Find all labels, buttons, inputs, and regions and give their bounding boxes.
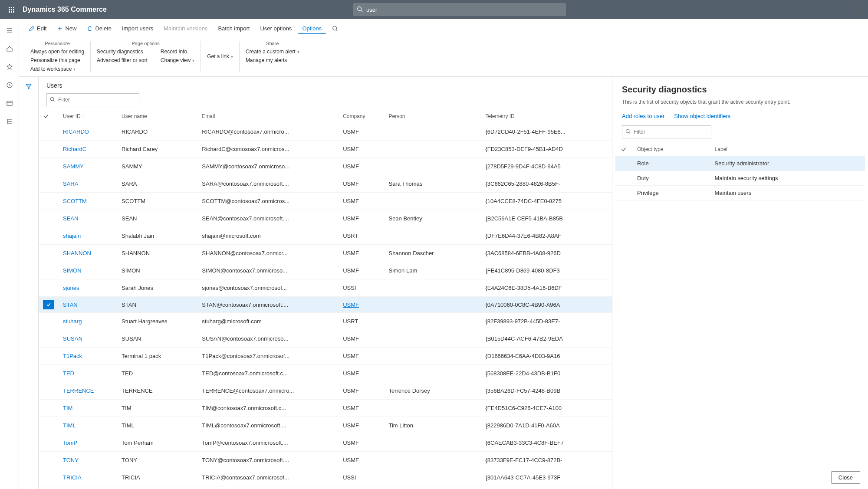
col-person[interactable]: Person [384,110,481,123]
delete-button[interactable]: Delete [82,23,116,34]
row-checkbox[interactable] [39,158,59,175]
row-checkbox[interactable] [39,193,59,210]
row-checkbox[interactable] [39,141,59,158]
search-input[interactable] [353,3,566,16]
table-row[interactable]: shajainShalabh Jainshajain@microsoft.com… [39,227,612,245]
nav-favorites-button[interactable] [2,59,17,75]
row-checkbox[interactable] [39,279,59,297]
select-all-checkbox[interactable] [39,110,59,123]
col-object-type[interactable]: Object type [632,143,710,156]
cell-user-id[interactable]: shajain [59,227,117,245]
cell-user-id[interactable]: VINCE [59,486,117,489]
row-checkbox[interactable] [39,417,59,434]
nav-menu-button[interactable] [2,23,17,38]
cell-user-id[interactable]: TIM [59,400,117,417]
ribbon-link[interactable]: Record info [161,49,194,55]
cell-user-id[interactable]: SEAN [59,210,117,227]
table-row[interactable]: T1PackTerminal 1 packT1Pack@contosoax7.o… [39,348,612,365]
row-checkbox[interactable] [615,186,632,200]
table-row[interactable]: TIMLTIMLTIML@contosoax7.onmicrosoft....U… [39,417,612,434]
add-roles-link[interactable]: Add roles to user [622,113,664,119]
col-telemetry[interactable]: Telemetry ID [481,110,612,123]
app-launcher-button[interactable] [3,2,19,17]
table-row[interactable]: SAMMYSAMMYSAMMY@contosoax7.onmicroso...U… [39,158,612,175]
batch-import-button[interactable]: Batch import [214,23,254,34]
cell-user-id[interactable]: SHANNON [59,245,117,262]
row-checkbox[interactable] [39,348,59,365]
table-row[interactable]: TONYTONYTONY@contosoax7.onmicrosoft....U… [39,452,612,469]
row-checkbox[interactable] [39,313,59,330]
row-checkbox[interactable] [39,227,59,245]
row-checkbox[interactable] [39,434,59,452]
cell-user-id[interactable]: T1Pack [59,348,117,365]
user-options-button[interactable]: User options [256,23,296,34]
cell-user-id[interactable]: RichardC [59,141,117,158]
row-checkbox[interactable] [615,156,632,171]
help-icon[interactable] [857,5,864,12]
table-row[interactable]: RICARDORICARDORICARDO@contosoax7.onmicro… [39,123,612,141]
row-checkbox[interactable] [39,175,59,193]
table-row[interactable]: stuhargStuart Hargreavesstuharg@microsof… [39,313,612,330]
col-user-id[interactable]: User ID [59,110,117,123]
table-row[interactable]: SCOTTMSCOTTMSCOTTM@contosoax7.onmicros..… [39,193,612,210]
panel-filter-input[interactable] [622,125,711,138]
cell-user-id[interactable]: SARA [59,175,117,193]
row-checkbox[interactable] [39,486,59,489]
cell-user-id[interactable]: SUSAN [59,330,117,348]
table-row[interactable]: SIMONSIMONSIMON@contosoax7.onmicroso...U… [39,262,612,279]
cell-user-id[interactable]: SAMMY [59,158,117,175]
table-row[interactable]: SHANNONSHANNONSHANNON@contosoax7.onmicr.… [39,245,612,262]
cell-user-id[interactable]: SIMON [59,262,117,279]
table-row[interactable]: RichardCRichard CareyRichardC@contosoax7… [39,141,612,158]
import-users-button[interactable]: Import users [118,23,158,34]
ribbon-link[interactable]: Manage my alerts [246,57,299,63]
cell-user-id[interactable]: TIML [59,417,117,434]
cell-user-id[interactable]: sjones [59,279,117,297]
edit-button[interactable]: Edit [24,23,51,34]
grid-filter-input[interactable] [46,93,139,106]
col-user-name[interactable]: User name [117,110,197,123]
table-row[interactable]: TRICIATRICIATRICIA@contosoax7.onmicrosof… [39,469,612,486]
row-checkbox[interactable] [39,210,59,227]
table-row[interactable]: TomPTom PerhamTomP@contosoax7.onmicrosof… [39,434,612,452]
cell-user-id[interactable]: TomP [59,434,117,452]
find-button[interactable] [328,23,342,34]
cell-user-id[interactable]: STAN [59,297,117,313]
row-checkbox[interactable] [615,171,632,186]
security-diagnostics-link[interactable]: Security diagnostics [97,49,148,55]
table-row[interactable]: PrivilegeMaintain users [615,186,865,200]
get-a-link-button[interactable]: Get a link▾ [207,53,233,59]
panel-select-all[interactable] [615,143,632,156]
row-checkbox[interactable] [39,123,59,141]
col-company[interactable]: Company [339,110,384,123]
row-checkbox[interactable] [39,400,59,417]
nav-modules-button[interactable] [2,114,17,129]
cell-user-id[interactable]: TED [59,365,117,382]
cell-user-id[interactable]: SCOTTM [59,193,117,210]
table-row[interactable]: TEDTEDTED@contosoax7.onmicrosoft.c...USM… [39,365,612,382]
ribbon-link[interactable]: Advanced filter or sort [97,57,148,63]
nav-recent-button[interactable] [2,77,17,93]
row-checkbox[interactable] [39,262,59,279]
table-row[interactable]: RoleSecurity administrator [615,156,865,171]
ribbon-link[interactable]: Change view▾ [161,57,194,63]
row-checkbox[interactable] [39,365,59,382]
ribbon-link[interactable]: Personalize this page [30,57,84,63]
ribbon-link[interactable]: Always open for editing [30,49,84,55]
new-button[interactable]: New [53,23,81,34]
row-checkbox[interactable] [39,330,59,348]
row-checkbox[interactable] [39,297,59,313]
table-row[interactable]: STANSTANSTAN@contosoax7.onmicrosoft....U… [39,297,612,313]
show-identifiers-link[interactable]: Show object identifiers [674,113,730,119]
options-tab[interactable]: Options [298,23,326,34]
row-checkbox[interactable] [39,452,59,469]
row-checkbox[interactable] [39,469,59,486]
cell-user-id[interactable]: RICARDO [59,123,117,141]
table-row[interactable]: SUSANSUSANSUSAN@contosoax7.onmicroso...U… [39,330,612,348]
table-row[interactable]: SARASARASARA@contosoax7.onmicrosoft....U… [39,175,612,193]
ribbon-link[interactable]: Create a custom alert▾ [246,49,299,55]
col-label[interactable]: Label [710,143,865,156]
table-row[interactable]: TIMTIMTIM@contosoax7.onmicrosoft.c...USM… [39,400,612,417]
nav-home-button[interactable] [2,41,17,56]
table-row[interactable]: VINCEVINCEVINCE@contosoax7.onmicrosof...… [39,486,612,489]
